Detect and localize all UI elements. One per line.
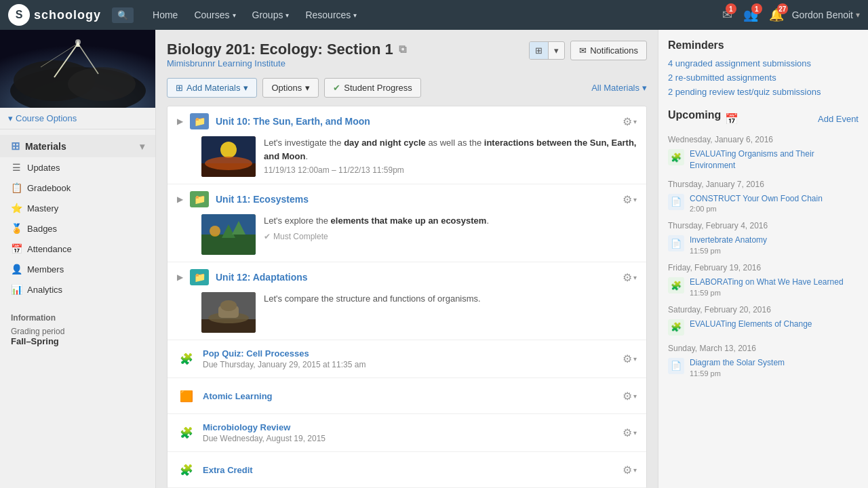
unit-title[interactable]: Unit 11: Ecosystems xyxy=(216,194,616,205)
student-progress-button[interactable]: ✔ Student Progress xyxy=(324,78,420,98)
dropdown-view-button[interactable]: ▾ xyxy=(549,42,564,59)
notifications-button[interactable]: ✉ Notifications xyxy=(570,41,647,60)
expand-icon[interactable]: ▶ xyxy=(177,195,183,204)
copy-icon[interactable]: ⧉ xyxy=(399,43,406,56)
item-title[interactable]: Microbiology Review xyxy=(203,422,616,432)
sidebar-item-label: Badges xyxy=(27,224,144,234)
sidebar-item-gradebook[interactable]: 📋 Gradebook xyxy=(0,178,155,198)
analytics-icon: 📊 xyxy=(11,284,22,295)
user-menu[interactable]: Gordon Benoit ▾ xyxy=(792,9,860,20)
sidebar-item-updates[interactable]: ☰ Updates xyxy=(0,157,155,178)
sidebar-item-analytics[interactable]: 📊 Analytics xyxy=(0,279,155,300)
grid-view-button[interactable]: ⊞ xyxy=(530,42,549,59)
event-info: ELABORATing on What We Have Learned 11:5… xyxy=(690,277,859,297)
upcoming-title: Upcoming xyxy=(668,109,721,121)
event-title[interactable]: ELABORATing on What We Have Learned xyxy=(690,277,859,288)
unit-row: ▶ 📁 Unit 10: The Sun, Earth, and Moon ⚙ … xyxy=(167,106,646,184)
nav-groups[interactable]: Groups▾ xyxy=(244,0,298,30)
item-title[interactable]: Extra Credit xyxy=(203,465,616,475)
event-item: 📄 Invertebrate Anatomy 11:59 pm xyxy=(668,235,859,255)
add-icon: ⊞ xyxy=(176,83,183,93)
add-event-button[interactable]: Add Event xyxy=(818,114,859,124)
event-time: 11:59 pm xyxy=(690,247,859,255)
event-date-label: Sunday, March 13, 2016 xyxy=(668,344,859,353)
options-button[interactable]: Options ▾ xyxy=(262,78,319,98)
sidebar-materials-header[interactable]: ⊞ Materials ▾ xyxy=(0,135,155,157)
add-materials-button[interactable]: ⊞ Add Materials ▾ xyxy=(167,78,257,98)
reminder-link[interactable]: 2 pending review test/quiz submissions xyxy=(668,87,859,97)
reminder-link[interactable]: 2 re-submitted assignments xyxy=(668,73,859,83)
sidebar-item-attendance[interactable]: 📅 Attendance xyxy=(0,239,155,259)
unit-gear-button[interactable]: ⚙ ▾ xyxy=(623,115,637,128)
notifications-nav-button[interactable]: 🔔 27 xyxy=(766,5,787,25)
event-title[interactable]: EVALUATing Elements of Change xyxy=(690,319,859,330)
event-puzzle-icon: 🧩 xyxy=(668,149,684,165)
unit-title[interactable]: Unit 10: The Sun, Earth, and Moon xyxy=(216,116,616,127)
attendance-icon: 📅 xyxy=(11,243,22,254)
event-title[interactable]: EVALUATing Organisms and Their Environme… xyxy=(690,148,859,171)
item-title[interactable]: Pop Quiz: Cell Processes xyxy=(203,348,616,359)
folder-icon: 📁 xyxy=(190,191,209,207)
unit-title[interactable]: Unit 12: Adaptations xyxy=(216,272,616,283)
event-title[interactable]: Diagram the Solar System xyxy=(690,357,859,369)
nav-courses[interactable]: Courses▾ xyxy=(186,0,243,30)
options-dropdown-icon: ▾ xyxy=(305,83,310,93)
notifications-badge: 27 xyxy=(777,3,788,14)
messages-button[interactable]: ✉ 1 xyxy=(719,5,735,25)
unit-details: Let's compare the structure and function… xyxy=(264,292,481,333)
page-title: Biology 201: Ecology: Section 1 ⧉ xyxy=(167,41,406,58)
sidebar-item-badges[interactable]: 🏅 Badges xyxy=(0,218,155,239)
folder-icon: 📁 xyxy=(190,113,209,129)
mastery-icon: ⭐ xyxy=(11,203,22,214)
event-title[interactable]: CONSTRUCT Your Own Food Chain xyxy=(690,193,859,205)
unit-gear-button[interactable]: ⚙ ▾ xyxy=(623,193,637,206)
expand-icon[interactable]: ▶ xyxy=(177,117,183,126)
sidebar-item-label: Members xyxy=(27,264,144,274)
unit-thumbnail xyxy=(201,214,256,255)
expand-icon[interactable]: ▶ xyxy=(177,272,183,282)
sidebar-item-label: Attendance xyxy=(27,244,144,254)
logo-area[interactable]: S schoology xyxy=(8,4,101,26)
search-button[interactable]: 🔍 xyxy=(112,7,134,23)
nav-resources[interactable]: Resources▾ xyxy=(297,0,365,30)
unit-row: ▶ 📁 Unit 12: Adaptations ⚙ ▾ xyxy=(167,262,646,340)
unit-body: Let's compare the structure and function… xyxy=(177,292,637,333)
unit-body: Let's investigate the day and night cycl… xyxy=(177,136,637,177)
must-complete-label: Must Complete xyxy=(273,232,328,241)
item-gear-button[interactable]: ⚙ ▾ xyxy=(623,464,637,476)
add-materials-label: Add Materials xyxy=(186,83,240,93)
sidebar-item-members[interactable]: 👤 Members xyxy=(0,259,155,279)
page-subtitle[interactable]: Mimisbrunnr Learning Institute xyxy=(167,58,406,68)
content-panel: ▶ 📁 Unit 10: The Sun, Earth, and Moon ⚙ … xyxy=(167,106,647,488)
svg-point-10 xyxy=(220,142,237,158)
friends-button[interactable]: 👥 1 xyxy=(741,5,761,25)
item-gear-button[interactable]: ⚙ ▾ xyxy=(623,426,637,439)
course-options-item[interactable]: ▾ Course Options xyxy=(0,108,155,129)
svg-point-15 xyxy=(210,226,220,237)
item-gear-button[interactable]: ⚙ ▾ xyxy=(623,352,637,365)
grading-period-value: Fall–Spring xyxy=(11,336,59,346)
reminders-title: Reminders xyxy=(668,39,859,52)
item-title[interactable]: Atomic Learning xyxy=(203,391,616,401)
reminder-link[interactable]: 4 ungraded assignment submissions xyxy=(668,58,859,68)
item-subtitle: Due Thursday, January 29, 2015 at 11:35 … xyxy=(203,360,616,369)
nav-home[interactable]: Home xyxy=(144,0,186,30)
sidebar-grading: Grading period Fall–Spring xyxy=(0,325,155,352)
sidebar-item-mastery[interactable]: ⭐ Mastery xyxy=(0,198,155,218)
all-materials-filter[interactable]: All Materials ▾ xyxy=(591,83,647,93)
student-progress-label: Student Progress xyxy=(344,83,412,93)
item-gear-button[interactable]: ⚙ ▾ xyxy=(623,390,637,403)
event-time: 2:00 pm xyxy=(690,205,859,213)
view-toggle: ⊞ ▾ xyxy=(529,41,565,60)
unit-description: Let's compare the structure and function… xyxy=(264,292,481,306)
event-item: 📄 Diagram the Solar System 11:59 pm xyxy=(668,357,859,378)
add-dropdown-icon: ▾ xyxy=(243,83,248,93)
item-info: Pop Quiz: Cell Processes Due Thursday, J… xyxy=(203,348,616,369)
all-materials-label: All Materials xyxy=(591,83,639,93)
svg-point-8 xyxy=(75,39,81,45)
unit-gear-button[interactable]: ⚙ ▾ xyxy=(623,271,637,284)
sidebar-item-label: Analytics xyxy=(27,285,144,295)
event-title[interactable]: Invertebrate Anatomy xyxy=(690,235,859,246)
title-text: Biology 201: Ecology: Section 1 xyxy=(167,41,393,58)
course-options-label: Course Options xyxy=(16,113,77,123)
